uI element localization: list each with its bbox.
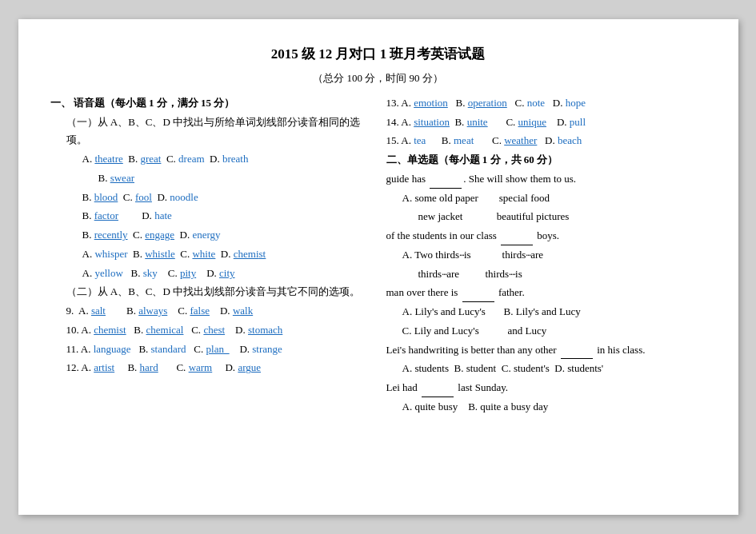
emotion-word: emotion xyxy=(414,97,448,109)
walk-word: walk xyxy=(233,305,253,317)
situation-word: situation xyxy=(414,116,450,128)
exam-subtitle: （总分 100 分，时间 90 分） xyxy=(50,70,706,87)
man-over-line: man over there is father. xyxy=(386,284,706,302)
always-word: always xyxy=(138,305,167,317)
exam-page: 2015 级 12 月对口 1 班月考英语试题 （总分 100 分，时间 90 … xyxy=(18,19,738,515)
noodle-word: noodle xyxy=(170,191,198,203)
q9-line: 9. A. salt B. always C. false D. walk xyxy=(50,302,370,321)
lei1-line: Lei's handwriting is better than any oth… xyxy=(386,341,706,360)
blank4 xyxy=(561,358,593,359)
q10-line: 10. A. chemist B. chemical C. chest D. s… xyxy=(50,321,370,340)
chemical-word: chemical xyxy=(146,324,184,336)
swear-word: swear xyxy=(110,172,134,184)
recently-word: recently xyxy=(94,229,128,241)
whisper-word: whisper xyxy=(94,248,127,260)
hard-word: hard xyxy=(140,361,158,373)
breath-word: breath xyxy=(222,153,248,165)
students-line: A. students B. student C. student's D. s… xyxy=(386,360,706,378)
note-word: note xyxy=(527,97,545,109)
quite-busy-line: A. quite busy B. quite a busy day xyxy=(386,398,706,416)
salt-word: salt xyxy=(91,305,106,317)
strange-word: strange xyxy=(252,343,282,355)
blood-word: blood xyxy=(94,191,118,203)
engage-word: engage xyxy=(145,229,174,241)
theatre-word: theatre xyxy=(94,153,122,165)
argue-word: argue xyxy=(238,361,261,373)
energy-word: energy xyxy=(192,229,220,241)
blank5 xyxy=(422,397,454,397)
guide-line: guide has . She will show them to us. xyxy=(386,170,706,189)
standard-word: standard xyxy=(151,343,186,355)
lily1-line: A. Lily's and Lucy's B. Lily's and Lucy xyxy=(386,303,706,321)
false-word: false xyxy=(190,305,210,317)
exam-title: 2015 级 12 月对口 1 班月考英语试题 xyxy=(50,43,706,66)
lily2-line: C. Lily and Lucy's and Lucy xyxy=(386,322,706,341)
city-word: city xyxy=(219,267,235,279)
section2-header: 二、单选题（每小题 1 分，共 60 分） xyxy=(386,151,706,169)
language-word: language xyxy=(94,343,131,355)
plan-word: plan_ xyxy=(206,343,230,355)
sub2-header: （二）从 A、B、C、D 中找出划线部分读音与其它不同的选项。 xyxy=(50,283,370,301)
q11-line: 11. A. language B. standard C. plan_ D. … xyxy=(50,341,370,359)
opt-b-line: new jacket beautiful pictures xyxy=(386,208,706,226)
unique-word: unique xyxy=(518,116,546,128)
sky-word: sky xyxy=(143,267,158,279)
left-column: 一、 语音题（每小题 1 分，满分 15 分） （一）从 A、B、C、D 中找出… xyxy=(50,94,378,417)
fool-word: fool xyxy=(135,191,152,203)
chemist2-word: chemist xyxy=(94,324,126,336)
blank3 xyxy=(462,301,494,302)
warm-word: warm xyxy=(189,361,213,373)
white-word: white xyxy=(192,248,215,260)
q12-line: 12. A. artist B. hard C. warm D. argue xyxy=(50,359,370,377)
yellow-word: yellow xyxy=(94,267,122,279)
hope-word: hope xyxy=(566,97,586,109)
tea-word: tea xyxy=(414,134,426,146)
great-word: great xyxy=(140,153,161,165)
chemist-word: chemist xyxy=(234,248,266,260)
of-students-line: of the students in our class boys. xyxy=(386,227,706,245)
row1: A. theatre B. great C. dream D. breath xyxy=(50,150,370,169)
row6: A. whisper B. whistle C. white D. chemis… xyxy=(50,245,370,264)
q14-line: 14. A. situation B. unite C. unique D. p… xyxy=(386,114,706,132)
right-column: 13. A. emotion B. operation C. note D. h… xyxy=(378,94,706,417)
weather-word: weather xyxy=(504,134,537,146)
two-thirds1-line: A. Two thirds···is thirds···are xyxy=(386,246,706,265)
sub1-header: （一）从 A、B、C、D 中找出与所给单词划线部分读音相同的选项。 xyxy=(50,114,370,150)
beach-word: beach xyxy=(558,134,582,146)
whistle-word: whistle xyxy=(145,248,175,260)
meat-word: meat xyxy=(454,134,474,146)
blank2 xyxy=(501,245,533,245)
pull-word: pull xyxy=(570,116,586,128)
artist-word: artist xyxy=(94,361,114,373)
opt-a-line: A. some old paper special food xyxy=(386,189,706,208)
operation-word: operation xyxy=(468,97,507,109)
lei-had-line: Lei had last Sunday. xyxy=(386,379,706,397)
q15-line: 15. A. tea B. meat C. weather D. beach xyxy=(386,132,706,150)
row4: B. factor D. hate xyxy=(50,207,370,225)
unite-word: unite xyxy=(467,116,488,128)
row7: A. yellow B. sky C. pity D. city xyxy=(50,265,370,283)
stomach-word: stomach xyxy=(248,324,282,336)
hate-word: hate xyxy=(154,209,172,221)
row3: B. blood C. fool D. noodle xyxy=(50,189,370,207)
chest-word: chest xyxy=(203,324,225,336)
section1-header: 一、 语音题（每小题 1 分，满分 15 分） xyxy=(50,94,370,113)
blank1 xyxy=(430,188,462,189)
row5: B. recently C. engage D. energy xyxy=(50,226,370,245)
pity-word: pity xyxy=(180,267,196,279)
q13-line: 13. A. emotion B. operation C. note D. h… xyxy=(386,94,706,113)
factor-word: factor xyxy=(94,209,118,221)
dream-word: dream xyxy=(178,153,204,165)
row2: B. swear xyxy=(50,169,370,188)
two-thirds2-line: thirds···are thirds····is xyxy=(386,265,706,284)
